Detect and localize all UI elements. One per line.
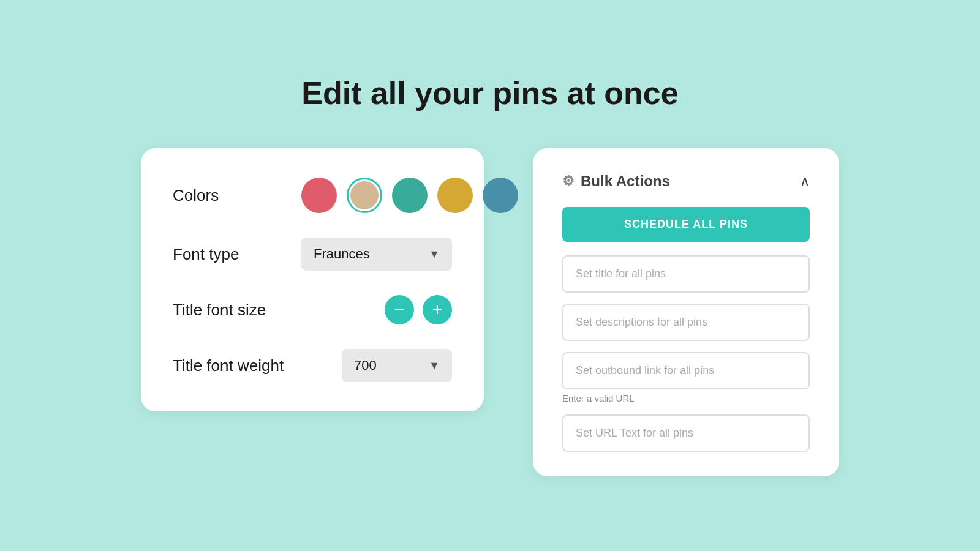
color-swatch-blue[interactable] — [483, 178, 518, 213]
set-description-input[interactable] — [562, 304, 810, 341]
font-weight-select[interactable]: 700 ▼ — [342, 349, 452, 382]
font-weight-row: Title font weight 700 ▼ — [173, 349, 452, 382]
color-swatch-teal[interactable] — [392, 178, 428, 213]
page-title: Edit all your pins at once — [301, 75, 678, 111]
font-type-label: Font type — [173, 245, 301, 264]
url-hint-text: Enter a valid URL — [562, 393, 810, 403]
font-type-select[interactable]: Fraunces ▼ — [301, 238, 452, 271]
bulk-actions-title: ⚙ Bulk Actions — [562, 173, 670, 190]
colors-label: Colors — [173, 186, 301, 205]
set-outbound-link-input[interactable] — [562, 352, 810, 389]
font-size-label: Title font size — [173, 301, 301, 320]
font-type-row: Font type Fraunces ▼ — [173, 238, 452, 271]
set-title-input[interactable] — [562, 255, 810, 293]
font-size-row: Title font size − + — [173, 295, 452, 324]
bulk-actions-header: ⚙ Bulk Actions ∧ — [562, 173, 810, 190]
color-swatch-gold[interactable] — [437, 178, 473, 213]
font-type-value: Fraunces — [314, 246, 370, 262]
set-url-text-input[interactable] — [562, 414, 810, 452]
color-swatches — [301, 178, 518, 213]
font-weight-value: 700 — [354, 358, 377, 373]
font-weight-label: Title font weight — [173, 356, 301, 375]
bulk-actions-title-text: Bulk Actions — [581, 173, 670, 190]
increase-font-size-button[interactable]: + — [423, 295, 452, 324]
left-card: Colors Font type Fraunces ▼ Title font s… — [141, 148, 484, 411]
font-size-controls: − + — [385, 295, 452, 324]
colors-row: Colors — [173, 178, 452, 213]
font-weight-chevron-icon: ▼ — [429, 359, 440, 372]
collapse-icon[interactable]: ∧ — [800, 173, 810, 189]
color-swatch-red[interactable] — [301, 178, 337, 213]
gear-icon: ⚙ — [562, 173, 575, 189]
font-type-chevron-icon: ▼ — [429, 248, 440, 261]
color-swatch-beige[interactable] — [347, 178, 382, 213]
decrease-font-size-button[interactable]: − — [385, 295, 414, 324]
schedule-all-pins-button[interactable]: SCHEDULE ALL PINS — [562, 207, 810, 242]
cards-container: Colors Font type Fraunces ▼ Title font s… — [141, 148, 839, 476]
right-card: ⚙ Bulk Actions ∧ SCHEDULE ALL PINS Enter… — [533, 148, 839, 476]
